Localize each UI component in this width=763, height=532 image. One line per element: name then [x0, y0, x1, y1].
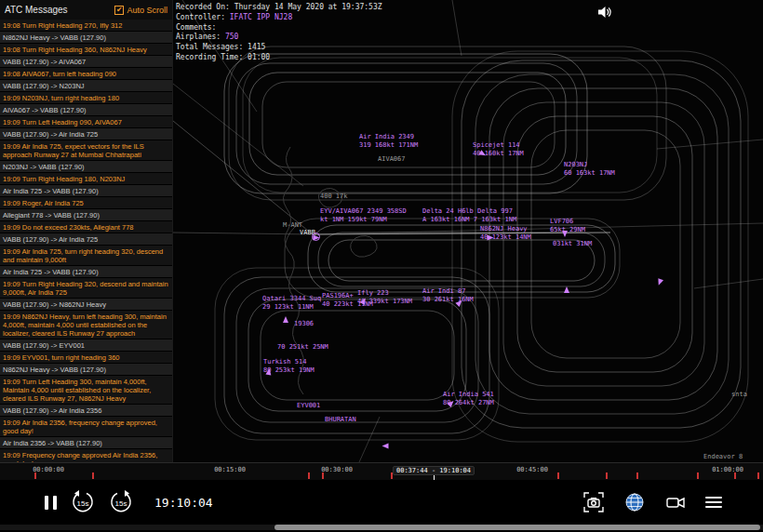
pause-icon: [45, 496, 57, 510]
atc-message: 19:09 N203NJ, turn right heading 180: [0, 92, 172, 103]
atc-message: 19:08 Turn Right Heading 360, N862NJ Hea…: [0, 44, 172, 55]
atc-message: 19:09 Turn Left Heading 090, AIVA067: [0, 116, 172, 127]
timeline-tick: [557, 472, 559, 479]
info-line: Comments:: [176, 23, 382, 33]
atc-message: Allegiant 778 -> VABB (127.90): [0, 209, 172, 220]
atc-message: VABB (127.90) -> AIVA067: [0, 56, 172, 67]
playback-controls-left: 15s 15s 19:10:04: [45, 490, 213, 514]
atc-message: VABB (127.90) -> EYV001: [0, 339, 172, 351]
info-line: Total Messages: 1415: [176, 43, 382, 53]
timeline[interactable]: 00:00:0000:15:0000:30:0000:37:44 - 19:10…: [0, 462, 763, 480]
atc-message-list[interactable]: 19:08 Turn Right Heading 270, Ifly 312N8…: [0, 20, 172, 462]
atc-message: AIVA067 -> VABB (127.90): [0, 104, 172, 115]
timeline-tick: [322, 472, 324, 479]
atc-message: 19:08 AIVA067, turn left heading 090: [0, 68, 172, 79]
radar-label[interactable]: 400 17k: [320, 193, 348, 201]
aircraft-marker[interactable]: [656, 278, 663, 286]
timeline-tick: [308, 472, 310, 479]
rewind-15s-icon: 15s: [71, 490, 95, 514]
atc-message: 19:09 N862NJ Heavy, turn left heading 30…: [0, 311, 172, 339]
atc-message: 19:09 Air India 725, turn right heading …: [0, 246, 172, 265]
playback-controls-right: [582, 491, 722, 513]
timeline-tick: [606, 472, 608, 479]
atc-message: 19:09 Turn Right Heading 180, N203NJ: [0, 173, 172, 184]
radar-label[interactable]: Qatari 3344 Suq 29 123kt 11NM: [262, 295, 321, 312]
auto-scroll-toggle[interactable]: Auto Scroll: [114, 6, 167, 15]
rewind-15s-button[interactable]: 15s: [71, 490, 95, 514]
scrollbar-thumb[interactable]: [274, 525, 760, 530]
timeline-label: 00:30:00: [321, 466, 353, 473]
atc-message: N862NJ Heavy -> VABB (127.90): [0, 364, 172, 375]
atc-message: 19:09 Do not exceed 230kts, Allegiant 77…: [0, 221, 172, 233]
volume-icon[interactable]: [597, 6, 612, 19]
radar-label[interactable]: EYV/AIVA067 2349 358SD kt 1NM 159kt 79NM: [320, 207, 407, 224]
svg-text:15s: 15s: [115, 499, 127, 508]
radar-label[interactable]: 19306: [294, 320, 314, 328]
timeline-tick: [734, 472, 736, 479]
atc-messages-panel: ATC Messages Auto Scroll 19:08 Turn Righ…: [0, 0, 173, 462]
radar-label[interactable]: snta: [731, 391, 747, 399]
radar-label[interactable]: Air Indi 87 30 261kt 16NM: [422, 287, 474, 304]
video-camera-icon: [664, 491, 687, 513]
aircraft-marker[interactable]: [564, 286, 569, 293]
atc-messages-header: ATC Messages Auto Scroll: [0, 0, 172, 20]
atc-message: N862NJ Heavy -> VABB (127.90): [0, 32, 172, 43]
screenshot-icon: [582, 491, 605, 513]
radar-label[interactable]: AIVA067: [378, 155, 406, 164]
record-video-button[interactable]: [664, 491, 687, 513]
timeline-current-label: 00:37:44 - 19:10:04: [393, 466, 475, 475]
screenshot-button[interactable]: [582, 491, 605, 513]
radar-label[interactable]: BHURATAN: [325, 416, 356, 424]
forward-15s-icon: 15s: [109, 490, 133, 514]
radar-label[interactable]: Endeavor 8: [703, 453, 743, 461]
timeline-label: 00:00:00: [33, 466, 64, 473]
atc-message: 19:09 Air India 725, expect vectors for …: [0, 140, 172, 160]
timeline-label: 01:00:00: [712, 466, 743, 473]
atc-message: 19:09 Frequency change approved Air Indi…: [0, 449, 172, 462]
radar-label[interactable]: EYV001: [297, 402, 320, 410]
atc-message: 19:09 Turn Left Heading 300, maintain 4,…: [0, 376, 172, 404]
aircraft-marker[interactable]: [488, 235, 494, 241]
horizontal-scrollbar[interactable]: [0, 525, 763, 530]
panel-title: ATC Messages: [5, 5, 68, 15]
atc-message: Air India 725 -> VABB (127.90): [0, 185, 172, 196]
menu-button[interactable]: [705, 497, 722, 508]
timeline-tick: [757, 472, 759, 479]
radar-label[interactable]: N203NJ 60 163kt 17NM: [564, 161, 615, 178]
atc-message: VABB (127.90) -> N203NJ: [0, 80, 172, 91]
auto-scroll-label: Auto Scroll: [127, 6, 167, 15]
globe-button[interactable]: [623, 491, 646, 513]
atc-message: 19:09 EYV001, turn right heading 360: [0, 352, 172, 363]
timeline-label: 00:45:00: [516, 466, 548, 473]
atc-message: VABB (127.90) -> Air India 725: [0, 233, 172, 245]
atc-message: 19:08 Turn Right Heading 270, Ifly 312: [0, 20, 172, 31]
auto-scroll-checkbox-icon[interactable]: [114, 6, 124, 15]
radar-label[interactable]: 70 251kt 25NM: [277, 343, 328, 352]
app-window: ATC Messages Auto Scroll 19:08 Turn Righ…: [0, 0, 763, 532]
radar-view[interactable]: Air India 2349 319 168kt 171NMSpicejet 1…: [173, 0, 763, 462]
aircraft-marker[interactable]: [382, 444, 389, 449]
info-line: Airplanes: 750: [176, 33, 382, 43]
aircraft-marker[interactable]: [265, 368, 272, 376]
atc-message: Air India 725 -> VABB (127.90): [0, 266, 172, 277]
radar-label-layer: Air India 2349 319 168kt 171NMSpicejet 1…: [173, 0, 763, 462]
playback-controls: 15s 15s 19:10:04: [0, 480, 763, 525]
timeline-tick: [391, 472, 393, 479]
atc-message: 19:09 Roger, Air India 725: [0, 197, 172, 208]
radar-label[interactable]: Delta 24 H6lb Delta 997 A 163kt 16NM 7 1…: [422, 207, 516, 224]
hamburger-menu-icon: [705, 497, 722, 508]
atc-message: 19:09 Turn Right Heading 320, descend an…: [0, 278, 172, 298]
timeline-label: 00:15:00: [214, 466, 246, 473]
timeline-tick: [697, 472, 699, 479]
forward-15s-button[interactable]: 15s: [109, 490, 133, 514]
atc-message: VABB (127.90) -> Air India 725: [0, 128, 172, 140]
info-line: Controller: IFATC IPP NJ28: [176, 13, 382, 23]
radar-label[interactable]: Air India 2349 319 168kt 171NM: [359, 133, 418, 150]
pause-button[interactable]: [45, 496, 57, 510]
timeline-tick: [92, 472, 94, 479]
radar-label[interactable]: 031kt 31NM: [553, 240, 592, 248]
airport-ring-icon: [312, 233, 320, 241]
aircraft-marker[interactable]: [562, 231, 568, 237]
aircraft-marker[interactable]: [283, 316, 288, 323]
info-line: Recorded On: Thursday 14 May 2020 at 19:…: [176, 3, 382, 13]
